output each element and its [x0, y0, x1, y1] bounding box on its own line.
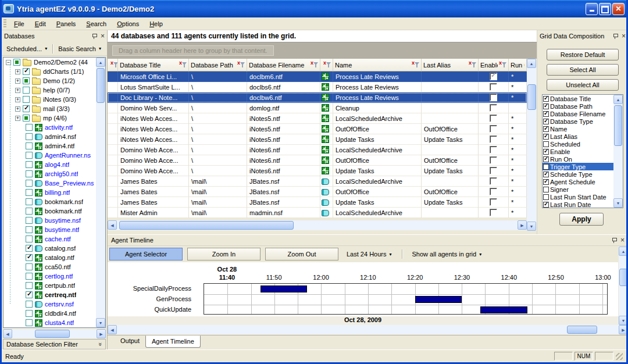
tree-item[interactable]: ✓catalog.ntf: [3, 253, 96, 262]
scroll-left-icon[interactable]: ◀: [108, 220, 117, 230]
tree-item[interactable]: AgentRunner.ns: [3, 151, 96, 160]
expand-toggle-icon[interactable]: +: [15, 97, 20, 102]
tree-item[interactable]: certsrv.nsf: [3, 299, 96, 309]
field-checkbox[interactable]: ✓: [543, 119, 549, 124]
field-item-schedule-type[interactable]: ✓Schedule Type: [543, 170, 613, 178]
column-header-run-c[interactable]: Run C: [509, 59, 527, 72]
resize-grip[interactable]: [616, 353, 623, 360]
filter-icon[interactable]: [110, 62, 118, 68]
enable-checkbox[interactable]: [490, 156, 497, 164]
timeline-vertical-scrollbar[interactable]: ▲ ▼: [619, 247, 628, 325]
field-checkbox[interactable]: ✓: [543, 134, 549, 140]
checkbox-unchecked[interactable]: [26, 319, 33, 326]
timeline-vscroll-thumb[interactable]: [619, 269, 627, 286]
scroll-up-icon[interactable]: ▲: [619, 247, 628, 256]
scroll-right-icon[interactable]: ▶: [97, 329, 106, 338]
filter-icon[interactable]: [323, 62, 331, 68]
fields-scroll-thumb[interactable]: [614, 105, 622, 146]
field-item-database-title[interactable]: ✓Database Title: [543, 95, 613, 102]
enable-checkbox[interactable]: [490, 188, 497, 195]
agent-scope-dropdown[interactable]: Show all agents in grid ▾: [409, 251, 486, 258]
menu-search[interactable]: Search: [81, 19, 112, 29]
field-item-trigger-type[interactable]: Trigger Type: [543, 163, 613, 170]
scroll-up-icon[interactable]: ▲: [527, 59, 536, 68]
tree-item[interactable]: +iNotes (0/3): [3, 95, 96, 104]
checkbox-unchecked[interactable]: [26, 198, 33, 205]
field-item-last-run-start-date[interactable]: Last Run Start Date: [543, 193, 613, 201]
table-row[interactable]: James Bates\mail\JBates.nsfUpdate TasksU…: [108, 197, 527, 208]
field-item-signer[interactable]: Signer: [543, 185, 613, 193]
tree-vertical-scrollbar[interactable]: ▲ ▼: [96, 58, 105, 327]
pin-icon[interactable]: [611, 237, 617, 244]
tree-item[interactable]: cldbdir4.ntf: [3, 309, 96, 318]
expand-toggle-icon[interactable]: −: [6, 60, 11, 65]
field-checkbox[interactable]: ✓: [543, 179, 549, 185]
column-header-icon-0[interactable]: [108, 59, 118, 72]
field-item-scheduled[interactable]: Scheduled: [543, 140, 613, 148]
tree-item[interactable]: −Demo2/Demo2 (44: [3, 58, 96, 67]
expand-toggle-icon[interactable]: +: [15, 106, 20, 112]
checkbox-unchecked[interactable]: [26, 152, 33, 159]
field-checkbox[interactable]: ✓: [543, 156, 549, 162]
checkbox-unchecked[interactable]: [26, 208, 33, 215]
table-row[interactable]: iNotes Web Acces...\iNotes5.ntfLocalSche…: [108, 113, 527, 124]
scroll-up-icon[interactable]: ▲: [96, 58, 105, 67]
timeline-horizontal-scrollbar[interactable]: ◀ ▶: [108, 325, 628, 334]
field-item-name[interactable]: ✓Name: [543, 125, 613, 133]
restore-default-button[interactable]: Restore Default: [547, 49, 619, 60]
agent-selector-button[interactable]: Agent Selector: [109, 248, 183, 260]
tree-item[interactable]: +mp (4/6): [3, 113, 96, 123]
field-checkbox[interactable]: ✓: [543, 172, 549, 177]
checkbox-checked[interactable]: ✓: [23, 68, 30, 75]
enable-checkbox[interactable]: [490, 146, 497, 154]
field-checkbox[interactable]: ✓: [543, 111, 549, 117]
table-row[interactable]: Domino Web Acce...\iNotes6.ntfUpdate Tas…: [108, 166, 527, 176]
checkbox-unchecked[interactable]: [26, 133, 33, 140]
agent-run-bar[interactable]: [480, 306, 527, 313]
tree-item[interactable]: admin4.nsf: [3, 132, 96, 141]
tree-item[interactable]: alog4.ntf: [3, 160, 96, 169]
tree-item[interactable]: Base_Preview.ns: [3, 179, 96, 188]
checkbox-partial[interactable]: [23, 77, 30, 84]
field-checkbox[interactable]: ✓: [543, 149, 549, 155]
tree-item[interactable]: cache.ntf: [3, 234, 96, 244]
fields-vertical-scrollbar[interactable]: ▲ ▼: [613, 95, 623, 208]
expand-toggle-icon[interactable]: +: [15, 116, 20, 121]
tree-item[interactable]: +✓ddCharts (1/1): [3, 67, 96, 76]
tab-agent-timeline[interactable]: Agent Timeline: [145, 336, 201, 348]
field-checkbox[interactable]: [543, 141, 549, 147]
scroll-up-icon[interactable]: ▲: [613, 95, 623, 104]
tree-item[interactable]: admin4.ntf: [3, 141, 96, 151]
close-button[interactable]: ✕: [612, 3, 625, 15]
agent-run-bar[interactable]: [415, 296, 462, 303]
menu-help[interactable]: Help: [144, 19, 168, 29]
group-by-bar[interactable]: Drag a column header here to group by th…: [108, 42, 537, 59]
select-all-button[interactable]: Select All: [547, 64, 619, 76]
column-header-enable[interactable]: Enable: [479, 59, 509, 72]
field-checkbox[interactable]: [543, 164, 549, 170]
field-checkbox[interactable]: ✓: [543, 104, 549, 109]
checkbox-unchecked[interactable]: [26, 235, 33, 242]
column-header-name[interactable]: Name: [333, 59, 422, 72]
checkbox-checked[interactable]: ✓: [26, 245, 33, 252]
checkbox-unchecked[interactable]: [26, 170, 33, 177]
tree-item[interactable]: cca50.ntf: [3, 262, 96, 272]
field-item-database-path[interactable]: ✓Database Path: [543, 102, 613, 110]
grid-horizontal-scrollbar[interactable]: ◀ ▶: [108, 220, 527, 230]
checkbox-unchecked[interactable]: [26, 142, 33, 149]
filter-icon[interactable]: [469, 62, 476, 68]
tree-item[interactable]: ✓catalog.nsf: [3, 244, 96, 253]
expand-toggle-icon[interactable]: +: [15, 78, 20, 84]
tree-item[interactable]: archlg50.ntf: [3, 169, 96, 179]
field-item-last-run-date[interactable]: ✓Last Run Date: [543, 201, 613, 208]
enable-checkbox[interactable]: ✓: [490, 73, 497, 80]
tree-item[interactable]: ✓certreq.ntf: [3, 290, 96, 299]
enable-checkbox[interactable]: [490, 135, 497, 143]
filter-icon[interactable]: [499, 62, 506, 68]
title-bar[interactable]: Ytria agentEZ v9.0.0.9 - Demo2/Demo2 ✕: [0, 0, 628, 17]
field-checkbox[interactable]: [543, 187, 549, 192]
field-item-agent-schedule[interactable]: ✓Agent Schedule: [543, 178, 613, 185]
field-item-database-type[interactable]: ✓Database Type: [543, 117, 613, 125]
time-range-dropdown[interactable]: Last 24 Hours ▾: [343, 251, 395, 258]
tree-item[interactable]: certlog.ntf: [3, 272, 96, 281]
